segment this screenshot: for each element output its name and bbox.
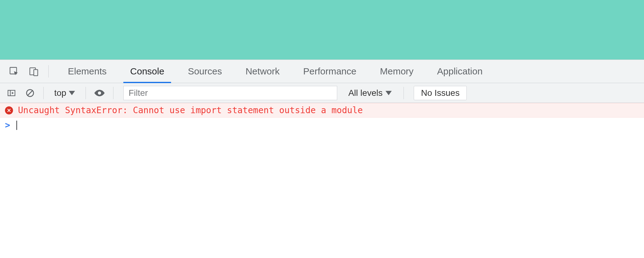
chevron-down-icon bbox=[69, 91, 75, 95]
tab-memory[interactable]: Memory bbox=[368, 60, 425, 83]
devtools-panel: Elements Console Sources Network Perform… bbox=[0, 60, 644, 133]
svg-rect-3 bbox=[8, 90, 15, 96]
console-toolbar: top All levels No Issues bbox=[0, 83, 644, 103]
inspect-element-button[interactable] bbox=[7, 64, 21, 78]
page-content-area bbox=[0, 0, 644, 60]
tab-network[interactable]: Network bbox=[234, 60, 291, 83]
tab-sources[interactable]: Sources bbox=[176, 60, 234, 83]
toolbar-divider bbox=[113, 87, 113, 99]
device-toggle-button[interactable] bbox=[27, 64, 41, 78]
console-error-row[interactable]: Uncaught SyntaxError: Cannot use import … bbox=[0, 103, 644, 118]
issues-button[interactable]: No Issues bbox=[414, 86, 467, 100]
tab-performance[interactable]: Performance bbox=[291, 60, 368, 83]
chevron-down-icon bbox=[386, 91, 392, 95]
input-cursor bbox=[16, 121, 17, 130]
prompt-chevron-icon: > bbox=[5, 120, 10, 130]
toolbar-divider bbox=[86, 87, 86, 99]
toggle-sidebar-button[interactable] bbox=[6, 87, 17, 99]
console-output: Uncaught SyntaxError: Cannot use import … bbox=[0, 103, 644, 133]
clear-console-button[interactable] bbox=[24, 87, 36, 99]
filter-input[interactable] bbox=[123, 86, 337, 100]
context-label: top bbox=[54, 88, 66, 98]
tab-console[interactable]: Console bbox=[118, 60, 176, 83]
toolbar-divider bbox=[48, 65, 49, 78]
error-icon bbox=[5, 106, 13, 114]
log-levels-select[interactable]: All levels bbox=[344, 88, 396, 98]
svg-marker-5 bbox=[12, 92, 14, 94]
svg-line-7 bbox=[28, 91, 33, 95]
error-message: Uncaught SyntaxError: Cannot use import … bbox=[18, 105, 363, 115]
console-prompt-row[interactable]: > bbox=[0, 118, 644, 133]
levels-label: All levels bbox=[348, 88, 382, 98]
svg-rect-2 bbox=[34, 69, 38, 76]
toolbar-divider bbox=[404, 87, 404, 99]
toolbar-divider bbox=[43, 87, 44, 99]
main-tabs-bar: Elements Console Sources Network Perform… bbox=[0, 60, 644, 83]
tab-application[interactable]: Application bbox=[425, 60, 494, 83]
live-expression-button[interactable] bbox=[93, 87, 106, 99]
execution-context-select[interactable]: top bbox=[51, 88, 78, 98]
svg-point-8 bbox=[98, 91, 101, 95]
tab-elements[interactable]: Elements bbox=[56, 60, 118, 83]
